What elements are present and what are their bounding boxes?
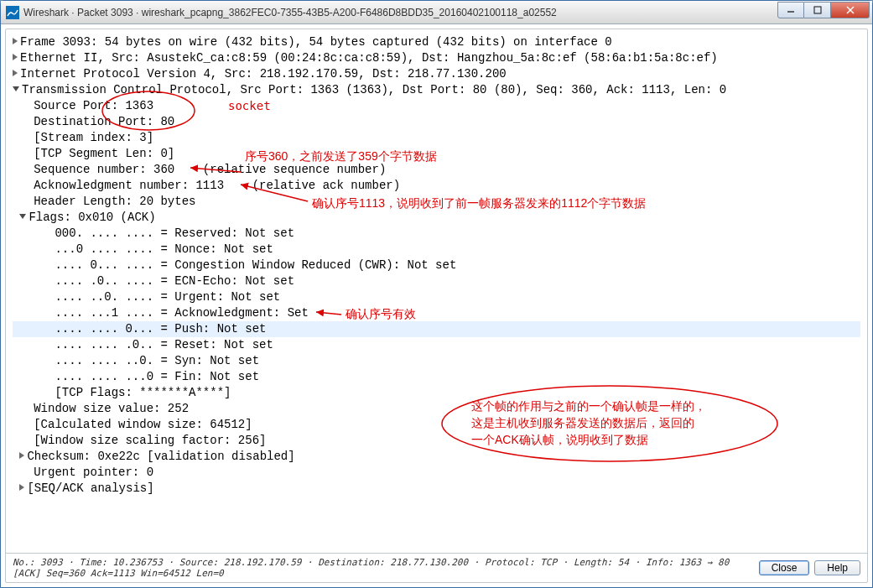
- tree-row[interactable]: Acknowledgment number: 1113 (relative ac…: [13, 178, 860, 194]
- status-bar: No.: 3093 · Time: 10.236753 · Source: 21…: [6, 553, 867, 582]
- tree-row[interactable]: Flags: 0x010 (ACK): [13, 210, 860, 226]
- tree-row[interactable]: [TCP Segment Len: 0]: [13, 146, 860, 162]
- tree-row[interactable]: 000. .... .... = Reserved: Not set: [13, 226, 860, 242]
- tree-row[interactable]: Ethernet II, Src: AsustekC_ca:c8:59 (00:…: [13, 50, 860, 66]
- help-button[interactable]: Help: [814, 560, 860, 575]
- content-frame: Frame 3093: 54 bytes on wire (432 bits),…: [5, 29, 868, 583]
- expand-icon[interactable]: [13, 54, 18, 60]
- tree-row[interactable]: .... .... ..0. = Syn: Not set: [13, 353, 860, 369]
- tree-row[interactable]: [Stream index: 3]: [13, 130, 860, 146]
- tree-row[interactable]: Checksum: 0xe22c [validation disabled]: [13, 449, 860, 465]
- svg-rect-2: [814, 7, 821, 13]
- tree-row[interactable]: .... 0... .... = Congestion Window Reduc…: [13, 258, 860, 273]
- tree-row[interactable]: Sequence number: 360 (relative sequence …: [13, 162, 860, 178]
- collapse-icon[interactable]: [19, 214, 26, 219]
- window-title: Wireshark · Packet 3093 · wireshark_pcap…: [23, 7, 777, 18]
- expand-icon[interactable]: [13, 70, 18, 76]
- status-text: No.: 3093 · Time: 10.236753 · Source: 21…: [13, 557, 754, 579]
- svg-rect-0: [6, 6, 19, 19]
- tree-row[interactable]: [SEQ/ACK analysis]: [13, 481, 860, 497]
- packet-tree[interactable]: Frame 3093: 54 bytes on wire (432 bits),…: [6, 29, 867, 553]
- minimize-button[interactable]: [777, 2, 804, 18]
- expand-icon[interactable]: [19, 484, 24, 491]
- tree-row[interactable]: Transmission Control Protocol, Src Port:…: [13, 82, 860, 98]
- tree-row[interactable]: [TCP Flags: *******A****]: [13, 385, 860, 401]
- tree-row[interactable]: [Window size scaling factor: 256]: [13, 433, 860, 449]
- tree-row[interactable]: Destination Port: 80: [13, 114, 860, 130]
- collapse-icon[interactable]: [13, 86, 19, 91]
- tree-row[interactable]: Header Length: 20 bytes: [13, 194, 860, 210]
- close-window-button[interactable]: [831, 2, 870, 18]
- tree-row-selected[interactable]: .... .... 0... = Push: Not set: [13, 321, 860, 337]
- tree-row[interactable]: .... ..0. .... = Urgent: Not set: [13, 289, 860, 305]
- tree-row[interactable]: Window size value: 252: [13, 401, 860, 417]
- tree-row[interactable]: [Calculated window size: 64512]: [13, 417, 860, 433]
- tree-row[interactable]: Frame 3093: 54 bytes on wire (432 bits),…: [13, 34, 860, 50]
- window-frame: Wireshark · Packet 3093 · wireshark_pcap…: [0, 0, 873, 588]
- tree-row[interactable]: .... .0.. .... = ECN-Echo: Not set: [13, 273, 860, 289]
- wireshark-icon: [6, 6, 19, 19]
- tree-row[interactable]: Urgent pointer: 0: [13, 465, 860, 481]
- close-button[interactable]: Close: [759, 560, 810, 575]
- tree-row[interactable]: .... .... ...0 = Fin: Not set: [13, 369, 860, 385]
- tree-row[interactable]: ...0 .... .... = Nonce: Not set: [13, 242, 860, 258]
- maximize-button[interactable]: [804, 2, 831, 18]
- tree-row[interactable]: .... ...1 .... = Acknowledgment: Set: [13, 305, 860, 321]
- tree-row[interactable]: Internet Protocol Version 4, Src: 218.19…: [13, 66, 860, 82]
- expand-icon[interactable]: [19, 452, 24, 459]
- titlebar[interactable]: Wireshark · Packet 3093 · wireshark_pcap…: [1, 1, 872, 24]
- tree-row[interactable]: .... .... .0.. = Reset: Not set: [13, 337, 860, 353]
- tree-row[interactable]: Source Port: 1363: [13, 98, 860, 114]
- expand-icon[interactable]: [13, 38, 18, 44]
